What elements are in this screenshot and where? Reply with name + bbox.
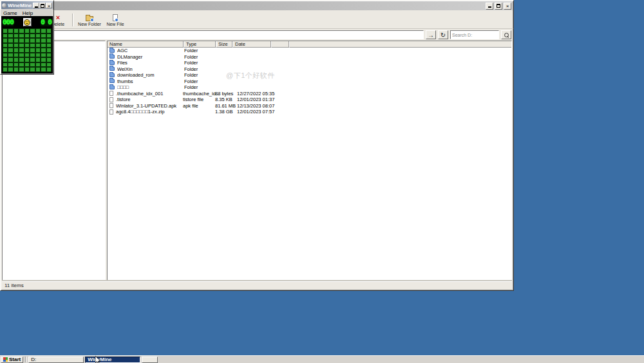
menu-help[interactable]: Help [23,10,33,16]
mine-cell[interactable] [41,53,46,58]
winemine-titlebar[interactable]: WineMine × [1,1,53,9]
mine-cell[interactable] [46,38,52,43]
mine-cell[interactable] [3,33,8,39]
mine-cell[interactable] [35,38,41,43]
mine-cell[interactable] [30,67,35,72]
file-row[interactable]: □□□□Folder [108,84,511,91]
file-row[interactable]: .tistoretistore file8.35 KB12/01/2023 01… [108,97,511,103]
mine-cell[interactable] [41,67,46,72]
start-button[interactable]: Start [1,357,23,363]
menu-game[interactable]: Game [3,10,17,16]
winemine-minimize-button[interactable] [33,3,39,8]
column-header-date[interactable]: Date [232,41,271,48]
address-input[interactable] [3,30,424,39]
close-button[interactable]: × [504,3,511,10]
mine-cell[interactable] [8,28,13,33]
mine-cell[interactable] [35,53,41,58]
mine-cell[interactable] [14,28,19,33]
mine-cell[interactable] [30,38,35,43]
task-button-winemine[interactable]: WineMine [85,357,140,363]
mine-cell[interactable] [8,38,13,43]
file-manager-titlebar[interactable]: × [1,1,513,10]
mine-cell[interactable] [41,62,46,68]
mine-cell[interactable] [41,38,46,43]
mine-cell[interactable] [8,33,13,39]
mine-cell[interactable] [30,28,35,33]
refresh-button[interactable]: ↻ [438,30,448,39]
mine-cell[interactable] [30,62,35,68]
mine-cell[interactable] [14,67,19,72]
file-row[interactable]: AGCFolder [108,48,511,54]
mine-cell[interactable] [3,67,8,72]
mine-cell[interactable] [8,43,13,48]
mine-cell[interactable] [24,43,30,48]
mine-cell[interactable] [41,33,46,39]
file-row[interactable]: .thumbcache_idx_001thumbcache_id...88 by… [108,91,511,97]
mine-cell[interactable] [14,62,19,68]
mine-cell[interactable] [46,28,52,33]
mine-cell[interactable] [35,43,41,48]
mine-cell[interactable] [19,38,24,43]
mine-cell[interactable] [14,38,19,43]
mine-cell[interactable] [3,28,8,33]
mine-cell[interactable] [41,28,46,33]
mine-cell[interactable] [24,53,30,58]
new-file-button[interactable]: New File [104,12,127,28]
mine-cell[interactable] [14,33,19,39]
mine-cell[interactable] [3,53,8,58]
mine-cell[interactable] [3,48,8,53]
file-row[interactable]: FilesFolder [108,60,511,66]
go-button[interactable]: → [426,30,436,39]
mine-cell[interactable] [30,53,35,58]
mine-cell[interactable] [24,38,30,43]
file-row[interactable]: DLManagerFolder [108,54,511,60]
mine-cell[interactable] [24,67,30,72]
mine-cell[interactable] [30,33,35,39]
mine-cell[interactable] [14,48,19,53]
column-header-type[interactable]: Type [184,41,216,48]
mine-cell[interactable] [35,28,41,33]
mine-cell[interactable] [19,53,24,58]
mine-cell[interactable] [24,48,30,53]
column-header-size[interactable]: Size [216,41,232,48]
mine-cell[interactable] [8,67,13,72]
mine-cell[interactable] [46,62,52,68]
file-row[interactable]: downloaded_romFolder [108,72,511,79]
search-input[interactable] [450,30,499,39]
smiley-button[interactable] [23,18,32,26]
mine-cell[interactable] [14,53,19,58]
mine-cell[interactable] [19,57,24,62]
mine-cell[interactable] [41,43,46,48]
minimize-button[interactable] [486,3,493,10]
mine-cell[interactable] [19,43,24,48]
mine-cell[interactable] [8,53,13,58]
mine-cell[interactable] [46,53,52,58]
file-row[interactable]: thumbsFolder [108,79,511,85]
mine-cell[interactable] [30,57,35,62]
winemine-close-button[interactable]: × [46,3,52,8]
folder-tree-pane[interactable] [2,41,106,281]
task-button-d-drive[interactable]: D: [28,357,84,363]
mine-cell[interactable] [46,43,52,48]
file-row[interactable]: WeiXinFolder [108,66,511,73]
mine-cell[interactable] [24,57,30,62]
mine-cell[interactable] [3,43,8,48]
mine-cell[interactable] [41,57,46,62]
mine-cell[interactable] [30,43,35,48]
column-header-name[interactable]: Name [108,41,184,48]
file-row[interactable]: agc8.4□□□□□□1-zx.zip1.38 GB12/01/2023 07… [108,109,511,115]
mine-cell[interactable] [14,43,19,48]
mine-cell[interactable] [3,57,8,62]
mine-cell[interactable] [14,57,19,62]
mine-cell[interactable] [8,62,13,68]
mine-cell[interactable] [19,33,24,39]
mine-cell[interactable] [35,67,41,72]
file-row[interactable]: Winlator_3.1-UPDATED.apkapk file81.61 MB… [108,103,511,109]
mine-cell[interactable] [24,33,30,39]
mine-cell[interactable] [24,28,30,33]
mine-cell[interactable] [35,48,41,53]
mine-cell[interactable] [35,62,41,68]
mine-cell[interactable] [19,67,24,72]
maximize-button[interactable] [495,3,502,10]
mine-cell[interactable] [3,38,8,43]
